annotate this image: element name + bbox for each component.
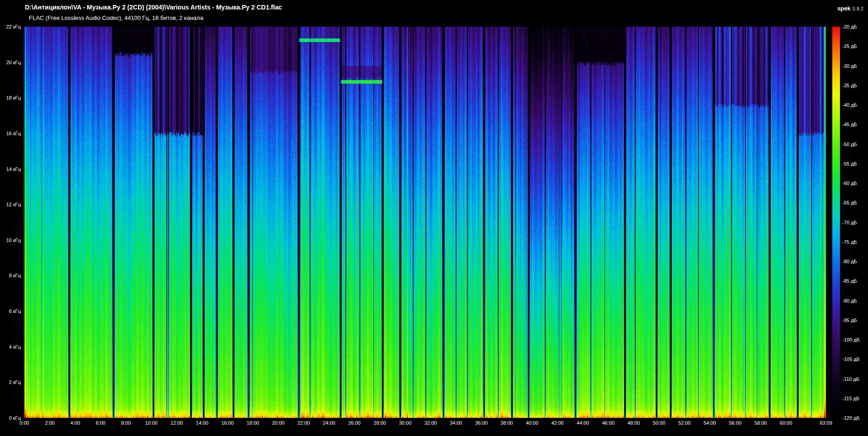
- time-label: 18:00: [247, 420, 259, 426]
- db-label: -30 дБ: [842, 63, 857, 69]
- frequency-axis: 22 кГц20 кГц18 кГц16 кГц14 кГц12 кГц10 к…: [0, 0, 23, 436]
- freq-label: 14 кГц: [6, 166, 21, 172]
- time-label: 54:00: [703, 420, 716, 426]
- db-label: -95 дБ: [842, 318, 857, 323]
- time-label: 63:09: [820, 420, 832, 426]
- db-label: -50 дБ: [842, 142, 857, 147]
- app-name: spek: [837, 5, 851, 12]
- time-label: 4:00: [71, 420, 80, 426]
- db-label: -35 дБ: [842, 83, 857, 88]
- freq-label: 10 кГц: [6, 237, 21, 243]
- db-label: -105 дБ: [842, 356, 860, 362]
- time-label: 48:00: [627, 420, 640, 426]
- time-label: 2:00: [45, 420, 54, 426]
- time-label: 10:00: [145, 420, 158, 426]
- freq-label: 0 кГц: [9, 415, 21, 421]
- legend-color-bar: [832, 27, 840, 418]
- time-label: 24:00: [323, 420, 335, 426]
- time-label: 8:00: [121, 420, 131, 426]
- db-label: -60 дБ: [842, 180, 857, 186]
- db-label: -75 дБ: [842, 239, 857, 245]
- time-label: 40:00: [526, 420, 538, 426]
- time-label: 14:00: [196, 420, 208, 426]
- time-label: 46:00: [602, 420, 615, 426]
- time-label: 58:00: [755, 420, 767, 426]
- freq-label: 6 кГц: [9, 308, 21, 314]
- time-label: 0:00: [19, 420, 29, 426]
- db-label: -110 дБ: [842, 376, 859, 382]
- db-label: -55 дБ: [842, 161, 857, 166]
- time-label: 38:00: [500, 420, 513, 426]
- db-label: -100 дБ: [842, 337, 860, 342]
- app-brand: spek0.8.2: [837, 4, 863, 12]
- time-label: 20:00: [272, 420, 285, 426]
- time-label: 12:00: [170, 420, 183, 426]
- time-label: 52:00: [678, 420, 691, 426]
- time-label: 56:00: [729, 420, 741, 426]
- db-label: -115 дБ: [842, 396, 859, 401]
- time-label: 28:00: [373, 420, 386, 426]
- time-label: 16:00: [221, 420, 234, 426]
- db-label: -90 дБ: [842, 298, 857, 303]
- time-label: 50:00: [653, 420, 665, 426]
- freq-label: 20 кГц: [6, 60, 21, 65]
- time-label: 26:00: [348, 420, 361, 426]
- db-label: -80 дБ: [842, 259, 857, 264]
- db-label: -40 дБ: [842, 102, 857, 108]
- db-label: -20 дБ: [842, 24, 857, 29]
- time-label: 44:00: [577, 420, 590, 426]
- time-label: 30:00: [399, 420, 412, 426]
- app-version: 0.8.2: [853, 6, 863, 11]
- time-label: 34:00: [450, 420, 462, 426]
- time-label: 60:00: [780, 420, 793, 426]
- db-label: -120 дБ: [842, 415, 860, 421]
- freq-label: 16 кГц: [6, 131, 21, 136]
- time-label: 36:00: [475, 420, 488, 426]
- db-label: -85 дБ: [842, 278, 857, 284]
- db-label: -25 дБ: [842, 43, 857, 49]
- time-label: 22:00: [297, 420, 310, 426]
- file-path-title: D:\Антициклон\VA - Музыка.Ру 2 (2CD) (20…: [25, 4, 282, 11]
- freq-label: 4 кГц: [9, 344, 21, 350]
- db-label: -70 дБ: [842, 220, 857, 225]
- freq-label: 12 кГц: [6, 202, 21, 207]
- time-label: 32:00: [425, 420, 437, 426]
- file-info: FLAC (Free Lossless Audio Codec), 44100 …: [29, 14, 203, 21]
- freq-label: 18 кГц: [6, 95, 21, 100]
- db-label: -65 дБ: [842, 200, 857, 205]
- freq-label: 2 кГц: [9, 379, 21, 385]
- time-label: 6:00: [96, 420, 105, 426]
- db-label: -45 дБ: [842, 122, 857, 127]
- freq-label: 8 кГц: [9, 273, 21, 278]
- freq-label: 22 кГц: [6, 24, 21, 29]
- spectrogram-canvas: [24, 27, 826, 418]
- time-label: 42:00: [551, 420, 564, 426]
